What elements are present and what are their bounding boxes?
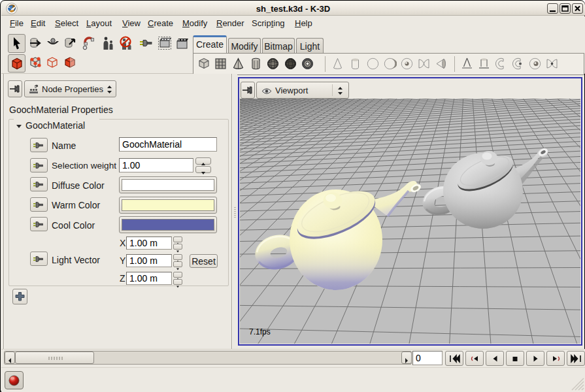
svg-text:7.1fps: 7.1fps (249, 327, 271, 336)
